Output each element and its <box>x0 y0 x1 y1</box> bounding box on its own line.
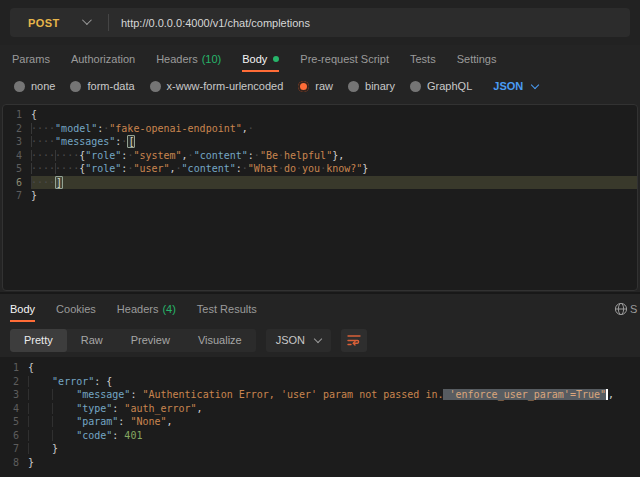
tab-body[interactable]: Body <box>242 45 279 72</box>
headers-count: (10) <box>202 53 222 65</box>
line-number: 6 <box>0 429 28 443</box>
tab-tests[interactable]: Tests <box>410 45 436 72</box>
line-number: 5 <box>0 415 28 429</box>
radio-icon <box>410 81 421 92</box>
line-number: 6 <box>3 176 31 190</box>
code-line[interactable]: 4 "type": "auth_error", <box>0 402 640 416</box>
radio-raw[interactable]: raw <box>298 80 333 92</box>
line-number: 2 <box>0 375 28 389</box>
chevron-down-icon <box>314 334 322 342</box>
code-line[interactable]: 2 "error": { <box>0 375 640 389</box>
response-tab-cookies[interactable]: Cookies <box>56 295 96 322</box>
view-preview[interactable]: Preview <box>117 329 184 352</box>
radio-icon <box>150 81 161 92</box>
radio-x-www-form-urlencoded[interactable]: x-www-form-urlencoded <box>150 80 284 92</box>
request-tabs: Params Authorization Headers(10) Body Pr… <box>0 45 640 72</box>
code-line[interactable]: 3····"messages":·[ <box>3 135 637 149</box>
code-line[interactable]: 4········{"role":·"system",·"content":·"… <box>3 149 637 163</box>
tab-headers[interactable]: Headers(10) <box>156 45 221 72</box>
line-number: 1 <box>0 361 28 375</box>
code-line[interactable]: 6····] <box>3 176 637 190</box>
view-visualize[interactable]: Visualize <box>184 329 256 352</box>
radio-binary[interactable]: binary <box>348 80 395 92</box>
code-line[interactable]: 5 "param": "None", <box>0 415 640 429</box>
method-dropdown[interactable]: POST <box>10 8 108 37</box>
line-number: 3 <box>0 388 28 402</box>
code-line[interactable]: 7} <box>3 189 637 203</box>
tab-settings[interactable]: Settings <box>457 45 497 72</box>
line-number: 7 <box>0 442 28 456</box>
active-tab-underline <box>10 320 35 322</box>
radio-icon <box>14 81 25 92</box>
line-number: 1 <box>3 108 31 122</box>
response-tab-body[interactable]: Body <box>10 295 35 322</box>
globe-icon[interactable] <box>614 302 628 316</box>
tab-params[interactable]: Params <box>12 45 50 72</box>
clipped-status-text: S <box>630 303 637 315</box>
response-tab-test-results[interactable]: Test Results <box>197 295 257 322</box>
radio-icon <box>348 81 359 92</box>
response-toolbar: Pretty Raw Preview Visualize JSON <box>0 324 640 356</box>
url-input[interactable]: http://0.0.0.0:4000/v1/chat/completions <box>109 17 310 29</box>
body-type-selector: none form-data x-www-form-urlencoded raw… <box>0 72 640 100</box>
view-raw[interactable]: Raw <box>67 329 117 352</box>
line-number: 2 <box>3 122 31 136</box>
code-line[interactable]: 1{ <box>3 108 637 122</box>
code-line[interactable]: 2····"model":·"fake-openai-endpoint",· <box>3 122 637 136</box>
radio-selected-icon <box>298 81 309 92</box>
code-line[interactable]: 5········{"role":·"user",·"content":·"Wh… <box>3 162 637 176</box>
chevron-down-icon <box>531 80 539 88</box>
selected-text: 'enforce_user_param'=True" <box>443 389 606 400</box>
method-label: POST <box>28 17 60 29</box>
chevron-down-icon <box>82 15 92 25</box>
response-meta-clipped: S <box>614 294 640 323</box>
wrap-text-icon <box>347 334 361 346</box>
line-number: 3 <box>3 135 31 149</box>
code-line[interactable]: 1{ <box>0 361 640 375</box>
response-view-switcher: Pretty Raw Preview Visualize <box>10 329 256 352</box>
line-number: 8 <box>0 456 28 470</box>
url-field[interactable]: POST http://0.0.0.0:4000/v1/chat/complet… <box>10 8 630 37</box>
request-body-editor[interactable]: 1{2····"model":·"fake-openai-endpoint",·… <box>2 104 638 291</box>
response-body-editor[interactable]: 1{2 "error": {3 "message": "Authenticati… <box>0 357 640 477</box>
radio-none[interactable]: none <box>14 80 55 92</box>
code-line[interactable]: 3 "message": "Authentication Error, 'use… <box>0 388 640 402</box>
code-line[interactable]: 8} <box>0 456 640 470</box>
radio-form-data[interactable]: form-data <box>70 80 134 92</box>
radio-icon <box>70 81 81 92</box>
view-pretty[interactable]: Pretty <box>10 329 67 352</box>
response-headers-count: (4) <box>162 303 175 315</box>
response-tabs: Body Cookies Headers(4) Test Results <box>0 294 640 323</box>
line-number: 4 <box>0 402 28 416</box>
line-number: 4 <box>3 149 31 163</box>
tab-authorization[interactable]: Authorization <box>71 45 135 72</box>
radio-graphql[interactable]: GraphQL <box>410 80 472 92</box>
line-number: 7 <box>3 189 31 203</box>
response-format-dropdown[interactable]: JSON <box>266 329 331 352</box>
line-number: 5 <box>3 162 31 176</box>
code-line[interactable]: 7 } <box>0 442 640 456</box>
tab-pre-request-script[interactable]: Pre-request Script <box>300 45 389 72</box>
request-format-dropdown[interactable]: JSON <box>493 80 538 92</box>
request-url-bar: POST http://0.0.0.0:4000/v1/chat/complet… <box>0 0 640 45</box>
response-tab-headers[interactable]: Headers(4) <box>117 295 176 322</box>
wrap-text-button[interactable] <box>341 329 367 352</box>
code-line[interactable]: 6 "code": 401 <box>0 429 640 443</box>
body-modified-dot <box>273 56 279 62</box>
